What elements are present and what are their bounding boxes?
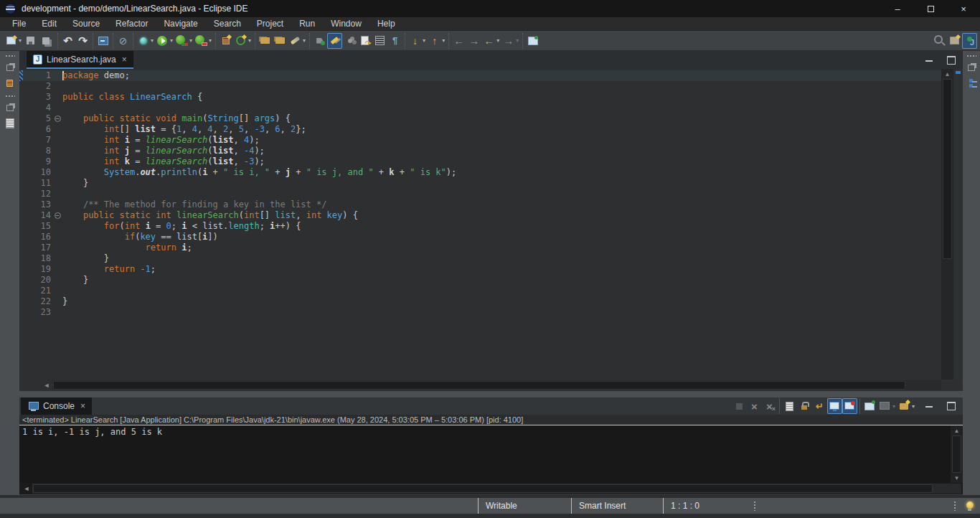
dropdown-arrow-icon[interactable]: ▾ [170, 37, 173, 44]
fold-column[interactable] [52, 124, 62, 135]
code-line[interactable]: 22} [19, 296, 941, 307]
line-number[interactable]: 14 [19, 210, 52, 221]
menu-project[interactable]: Project [249, 17, 291, 31]
console-hscroll-track[interactable] [32, 484, 961, 494]
show-stderr-button[interactable] [842, 398, 857, 414]
skip-breakpoints-button[interactable] [116, 33, 131, 49]
menu-help[interactable]: Help [369, 17, 403, 31]
dropdown-arrow-icon[interactable]: ▾ [248, 37, 251, 44]
fold-column[interactable]: – [52, 113, 62, 124]
line-number[interactable]: 22 [19, 296, 52, 307]
line-number[interactable]: 17 [19, 242, 52, 253]
dropdown-arrow-icon[interactable]: ▾ [496, 37, 499, 44]
fold-column[interactable] [52, 253, 62, 264]
restore-view-icon[interactable] [966, 62, 978, 73]
fold-column[interactable] [52, 221, 62, 232]
line-number[interactable]: 3 [19, 92, 52, 103]
code-line[interactable]: 6 int[] list = {1, 4, 4, 2, 5, -3, 6, 2}… [19, 124, 941, 135]
view-stack-drag-handle[interactable] [966, 55, 976, 57]
console-vertical-scrollbar[interactable]: ▲ ▼ [951, 425, 963, 483]
fold-column[interactable] [52, 92, 62, 103]
editor-vertical-scrollbar[interactable]: ▲ [941, 69, 953, 380]
insert-mode-status[interactable]: Smart Insert [571, 498, 663, 514]
fold-column[interactable] [52, 70, 62, 81]
code-line[interactable]: 16 if(key == list[i]) [19, 232, 941, 242]
code-line[interactable]: 18 } [19, 253, 941, 264]
pin-editor-button[interactable] [525, 33, 540, 49]
open-task-button[interactable] [258, 33, 273, 49]
show-selected-element-button[interactable] [372, 33, 387, 49]
console-tab[interactable]: Console × [21, 397, 92, 415]
line-number[interactable]: 4 [19, 103, 52, 113]
new-task-button[interactable] [312, 33, 327, 49]
debug-button[interactable]: ▾ [136, 33, 155, 49]
fold-column[interactable] [52, 275, 62, 286]
editor-horizontal-scrollbar[interactable]: ◄ [19, 380, 963, 391]
console-horizontal-scrollbar[interactable]: ◄ [19, 483, 963, 494]
line-number[interactable]: 1 [19, 70, 52, 81]
editor-hscroll-thumb[interactable] [53, 381, 905, 390]
menu-refactor[interactable]: Refactor [108, 17, 156, 31]
console-scroll-up-icon[interactable]: ▲ [951, 425, 963, 435]
line-number[interactable]: 5 [19, 113, 52, 124]
line-number[interactable]: 10 [19, 167, 52, 178]
open-last-edit-button[interactable] [357, 33, 372, 49]
close-button[interactable]: × [947, 0, 980, 17]
maximize-console-icon[interactable] [945, 400, 957, 412]
maximize-editor-icon[interactable] [945, 55, 957, 66]
dropdown-arrow-icon[interactable]: ▾ [912, 403, 915, 410]
dropdown-arrow-icon[interactable]: ▾ [892, 403, 895, 410]
code-line[interactable]: 19 return -1; [19, 264, 941, 275]
line-number[interactable]: 13 [19, 199, 52, 210]
line-number[interactable]: 20 [19, 275, 52, 286]
notifications-lightbulb-icon[interactable] [963, 499, 976, 511]
remove-all-launches-button[interactable] [762, 398, 777, 414]
word-wrap-button[interactable] [812, 398, 827, 414]
code-line[interactable]: 2 [19, 81, 941, 92]
editor-hscroll-track[interactable] [52, 380, 941, 390]
fold-column[interactable] [52, 156, 62, 167]
menu-source[interactable]: Source [65, 17, 108, 31]
code-line[interactable]: 11 } [19, 178, 941, 189]
show-stdout-button[interactable] [827, 398, 842, 414]
undo-button[interactable] [60, 33, 75, 49]
fold-column[interactable] [52, 103, 62, 113]
code-line[interactable]: 9 int k = linearSearch(list, -3); [19, 156, 941, 167]
pin-console-button[interactable] [862, 398, 877, 414]
code-line[interactable]: 12 [19, 189, 941, 199]
editor-tab-linearsearch[interactable]: J LinearSearch.java × [27, 51, 133, 69]
new-java-project-button[interactable] [218, 33, 233, 49]
dropdown-arrow-icon[interactable]: ▾ [19, 37, 22, 44]
menu-file[interactable]: File [4, 17, 34, 31]
cursor-position-status[interactable]: 1 : 1 : 0 [663, 498, 748, 514]
fold-column[interactable] [52, 199, 62, 210]
back-history-button[interactable] [451, 33, 466, 49]
fold-column[interactable] [52, 286, 62, 296]
restore-view-icon[interactable] [4, 62, 16, 73]
search-magnifier-button[interactable] [932, 33, 947, 49]
line-number[interactable]: 16 [19, 232, 52, 242]
line-number[interactable]: 2 [19, 81, 52, 92]
dropdown-arrow-icon[interactable]: ▾ [189, 37, 192, 44]
fold-column[interactable] [52, 296, 62, 307]
code-line[interactable]: 20 } [19, 275, 941, 286]
word-completion-button[interactable] [342, 33, 357, 49]
editor-console-sash[interactable] [19, 391, 963, 397]
dropdown-arrow-icon[interactable]: ▾ [516, 37, 519, 44]
menu-window[interactable]: Window [323, 17, 369, 31]
open-console-button[interactable]: ▾ [897, 398, 916, 414]
line-number[interactable]: 12 [19, 189, 52, 199]
show-whitespace-button[interactable] [387, 33, 402, 49]
remove-launch-button[interactable] [747, 398, 762, 414]
collapse-icon[interactable]: – [55, 116, 61, 122]
previous-annotation-button[interactable]: ▾ [427, 33, 446, 49]
code-line[interactable]: 8 int j = linearSearch(list, -4); [19, 146, 941, 156]
terminal-button[interactable] [95, 33, 110, 49]
fold-column[interactable] [52, 81, 62, 92]
fold-column[interactable] [52, 242, 62, 253]
fold-column[interactable] [52, 167, 62, 178]
code-line[interactable]: 5– public static void main(String[] args… [19, 113, 941, 124]
view-stack-drag-handle[interactable] [5, 55, 15, 57]
statusbar-drag-handle[interactable] [753, 501, 756, 511]
minimize-button[interactable]: – [881, 0, 914, 17]
